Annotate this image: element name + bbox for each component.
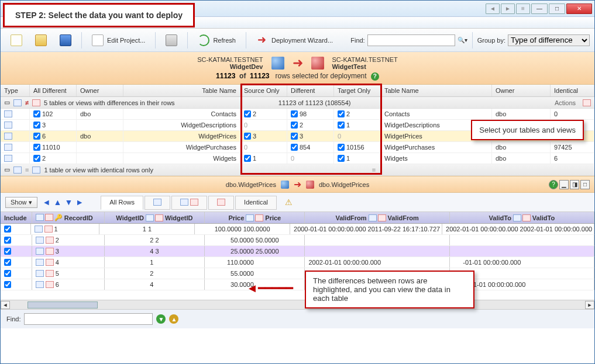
refresh-button[interactable]: Refresh [192,32,241,48]
table-row[interactable]: 2Widgets101Widgetsdbo6 [1,153,594,164]
find-search-icon[interactable]: 🔍▾ [458,37,467,43]
include-checkbox[interactable] [4,270,11,277]
mail-icon [166,34,177,46]
detail-row[interactable]: 6430.00002002-01-01 00:00:00.0002003-01-… [1,279,594,290]
row-checkbox[interactable] [338,144,345,151]
tab-source[interactable] [145,196,170,210]
detail-row[interactable]: 22250.000050.0000 [1,235,594,246]
dh-validto[interactable]: ValidTo ValidTo [450,212,594,223]
edit-project-button[interactable]: Edit Project... [87,32,150,48]
row-checkbox[interactable] [244,133,251,140]
row-checkbox[interactable] [33,155,40,162]
bottom-find-input[interactable] [24,313,153,325]
include-checkbox[interactable] [4,248,11,255]
row-checkbox[interactable] [338,122,345,129]
include-checkbox[interactable] [4,281,11,288]
tab-identical[interactable]: Identical [235,196,277,210]
main-grid: Type All Different Owner Table Name Sour… [1,85,594,176]
mail-button[interactable] [160,32,183,48]
detail-row[interactable]: 34325.000025.0000 [1,246,594,257]
open-project-button[interactable] [30,32,52,48]
table-row[interactable]: 11010WidgetPurchases085410156WidgetPurch… [1,142,594,153]
hdr-tname2[interactable]: Table Name [381,85,492,96]
hdr-diff[interactable]: Different [287,85,334,96]
row-checkbox[interactable] [338,155,345,162]
row-checkbox[interactable] [33,122,40,129]
close-button[interactable]: ✕ [566,4,592,14]
hdr-tgt[interactable]: Target Only [334,85,381,96]
tab-all-rows[interactable]: All Rows [101,196,143,210]
divider [81,32,82,48]
panel-max-button[interactable]: □ [580,180,590,189]
dh-validfrom[interactable]: ValidFrom ValidFrom [305,212,449,223]
row-checkbox[interactable] [33,110,40,117]
maximize-button[interactable]: □ [549,4,565,14]
scroll-thumb[interactable] [27,301,98,308]
hdr-tname[interactable]: Table Name [123,85,240,96]
nav-fwd-button[interactable]: ► [501,4,515,14]
include-checkbox[interactable] [4,226,11,233]
dh-price[interactable]: Price Price [205,212,305,223]
row-checkbox[interactable] [33,133,40,140]
actions-label[interactable]: Actions [555,99,576,106]
tab-target[interactable] [208,196,234,210]
divider [472,32,473,48]
row-checkbox[interactable] [291,122,298,129]
show-button[interactable]: Show ▾ [5,197,37,208]
h-scrollbar[interactable]: ◄ ► [1,300,594,309]
warning-icon[interactable]: ⚠ [285,197,293,207]
group-row-diff[interactable]: ▭ ≠ 5 tables or views with differences i… [1,97,594,109]
groupby-select[interactable]: Type of difference [508,34,590,46]
panel-min-button[interactable]: ▁ [559,180,569,189]
actions-icon[interactable] [583,99,591,106]
include-checkbox[interactable] [4,237,11,244]
minimize-button[interactable]: — [531,4,548,14]
include-checkbox[interactable] [4,259,11,266]
hdr-alldiff[interactable]: All Different [30,85,77,96]
db-icon [155,214,163,221]
find-prev-button[interactable]: ▲ [169,314,178,324]
panel-mid-button[interactable]: ◨ [570,180,579,189]
hdr-type[interactable]: Type [1,85,30,96]
collapse-icon[interactable]: ▭ [4,166,10,174]
row-checkbox[interactable] [291,144,298,151]
find-next-button[interactable]: ▼ [156,314,166,324]
nav-up-icon[interactable]: ▲ [54,197,62,207]
detail-row[interactable]: 111100.0000100.00002000-01-01 00:00:00.0… [1,224,594,235]
deploy-button[interactable]: ➜Deployment Wizard... [251,32,338,48]
nav-back-button[interactable]: ◄ [486,4,500,14]
row-checkbox[interactable] [33,144,40,151]
detail-row[interactable]: 5255.00002002-01-01 00:00:00.000 [1,268,594,279]
detail-subbar: dbo.WidgetPrices ➜ dbo.WidgetPrices ? ▁ … [1,176,594,193]
save-project-button[interactable] [54,32,77,48]
table-row[interactable]: 102dboContacts2982Contactsdbo0 [1,109,594,120]
nav-down-icon[interactable]: ▼ [64,197,73,207]
group-row-same[interactable]: ▭ = 1 table or view with identical rows … [1,164,594,176]
nav-list-button[interactable]: ≡ [516,4,530,14]
collapse-icon[interactable]: ▭ [4,99,10,106]
tab-diff[interactable] [171,196,207,210]
row-checkbox[interactable] [291,133,298,140]
scroll-left-button[interactable]: ◄ [1,301,10,309]
row-checkbox[interactable] [291,110,298,117]
nav-left-icon[interactable]: ◄ [43,197,51,207]
row-checkbox[interactable] [244,110,251,117]
nav-right-icon[interactable]: ► [75,197,84,207]
dh-widgetid[interactable]: WidgetID WidgetID [105,212,205,223]
scroll-right-button[interactable]: ► [585,301,594,309]
grid-icon [36,270,44,277]
hdr-owner2[interactable]: Owner [492,85,551,96]
key-icon: 🔑 [54,214,63,221]
hdr-src[interactable]: Source Only [240,85,287,96]
dh-record[interactable]: 🔑 RecordID [32,212,105,223]
row-checkbox[interactable] [244,155,251,162]
row-checkbox[interactable] [338,110,345,117]
new-project-button[interactable] [5,32,27,48]
find-input[interactable] [367,34,455,46]
help-button[interactable]: ? [549,180,558,189]
dh-include[interactable]: Include [1,212,32,223]
hdr-owner[interactable]: Owner [77,85,123,96]
detail-row[interactable]: 41110.00002002-01-01 00:00:00.000-01-01 … [1,257,594,268]
help-icon[interactable]: ? [371,72,379,81]
hdr-identical[interactable]: Identical [551,85,594,96]
